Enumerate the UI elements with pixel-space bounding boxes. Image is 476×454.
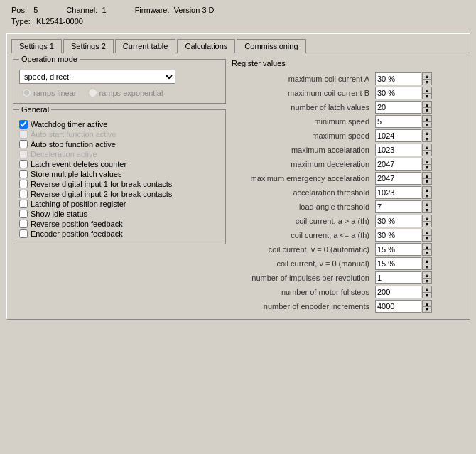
spin-down-0[interactable]: ▼ [422,79,432,85]
reg-spinner-9: ▲ ▼ [422,200,432,213]
cb-latching-pos-input[interactable] [19,200,28,208]
cb-rev-input2-input[interactable] [19,190,28,198]
spin-up-3[interactable]: ▲ [422,115,432,121]
reg-value-cell-14: ▲ ▼ [374,271,464,285]
tab-calculations[interactable]: Calculations [177,39,235,53]
reg-input-9[interactable] [375,200,421,213]
reg-input-8[interactable] [375,186,421,199]
spin-up-10[interactable]: ▲ [422,215,432,221]
spin-down-13[interactable]: ▼ [422,264,432,270]
reg-label-9: load angle threshold [232,200,374,214]
spin-down-11[interactable]: ▼ [422,235,432,242]
cb-watchdog-input[interactable] [19,120,28,129]
spin-down-4[interactable]: ▼ [422,136,432,142]
ramp-exponential-radio[interactable] [88,88,97,97]
reg-value-cell-9: ▲ ▼ [374,200,464,214]
spin-down-1[interactable]: ▼ [422,93,432,99]
cb-rev-pos-input[interactable] [19,220,28,228]
spin-down-3[interactable]: ▼ [422,121,432,128]
reg-label-16: number of encoder increments [232,299,374,313]
reg-label-0: maximum coil current A [232,72,374,86]
spin-up-9[interactable]: ▲ [422,200,432,207]
cb-show-idle-input[interactable] [19,210,28,218]
tab-commissioning[interactable]: Commissioning [237,39,305,53]
spin-down-14[interactable]: ▼ [422,278,432,284]
cb-store-latch-input[interactable] [19,170,28,178]
reg-spinner-4: ▲ ▼ [422,129,432,142]
spin-up-0[interactable]: ▲ [422,72,432,79]
ramp-exponential-option[interactable]: ramps exponential [88,88,163,97]
operation-mode-title: Operation mode [19,55,80,63]
cb-deceleration-input[interactable] [19,150,28,158]
tab-settings1[interactable]: Settings 1 [11,39,62,53]
cb-deceleration-label: Deceleration active [31,150,97,158]
reg-value-cell-4: ▲ ▼ [374,129,464,143]
reg-row-15: number of motor fullsteps ▲ ▼ [232,285,464,299]
reg-value-cell-6: ▲ ▼ [374,157,464,171]
cb-rev-input1-input[interactable] [19,180,28,188]
spin-up-1[interactable]: ▲ [422,87,432,93]
spin-up-6[interactable]: ▲ [422,158,432,164]
spin-up-5[interactable]: ▲ [422,144,432,150]
spin-up-2[interactable]: ▲ [422,101,432,107]
reg-input-14[interactable] [375,271,421,284]
reg-row-0: maximum coil current A ▲ ▼ [232,72,464,86]
reg-spinner-2: ▲ ▼ [422,101,432,114]
cb-encoder-pos: Encoder position feedback [19,229,220,238]
spin-down-16[interactable]: ▼ [422,306,432,313]
tab-current-table[interactable]: Current table [115,39,176,53]
reg-input-7[interactable] [375,172,421,185]
spin-down-10[interactable]: ▼ [422,221,432,227]
tab-settings2[interactable]: Settings 2 [63,39,114,53]
cb-autostart-input[interactable] [19,130,28,139]
spin-up-4[interactable]: ▲ [422,129,432,136]
reg-input-16[interactable] [375,300,421,313]
reg-input-4[interactable] [375,129,421,142]
reg-input-0[interactable] [375,72,421,85]
cb-rev-pos: Reverse position feedback [19,220,220,228]
spin-up-13[interactable]: ▲ [422,257,432,264]
cb-encoder-pos-input[interactable] [19,229,28,238]
spin-up-7[interactable]: ▲ [422,172,432,178]
top-bar: Pos.: 5 Channel: 1 Firmware: Version 3 D… [0,0,476,28]
spin-down-8[interactable]: ▼ [422,193,432,199]
reg-input-13[interactable] [375,257,421,270]
spin-down-5[interactable]: ▼ [422,150,432,156]
spin-down-15[interactable]: ▼ [422,292,432,298]
reg-input-1[interactable] [375,87,421,99]
reg-value-cell-16: ▲ ▼ [374,299,464,313]
cb-rev-input2-label: Reverse digital input 2 for break contac… [31,190,172,198]
spin-down-2[interactable]: ▼ [422,107,432,114]
cb-latch-event-input[interactable] [19,160,28,168]
reg-spinner-12: ▲ ▼ [422,243,432,256]
spin-up-14[interactable]: ▲ [422,271,432,278]
ramp-linear-label: ramps linear [33,89,77,97]
reg-input-3[interactable] [375,115,421,128]
reg-label-6: maximum deceleration [232,157,374,171]
cb-deceleration: Deceleration active [19,150,220,158]
reg-input-5[interactable] [375,144,421,156]
spin-up-8[interactable]: ▲ [422,186,432,193]
ramp-linear-option[interactable]: ramps linear [22,88,77,97]
spin-up-15[interactable]: ▲ [422,286,432,292]
reg-value-cell-1: ▲ ▼ [374,86,464,100]
reg-input-10[interactable] [375,215,421,227]
reg-input-11[interactable] [375,229,421,242]
spin-down-6[interactable]: ▼ [422,164,432,171]
reg-input-15[interactable] [375,286,421,298]
reg-value-cell-2: ▲ ▼ [374,100,464,114]
cb-autostop-input[interactable] [19,140,28,148]
reg-input-12[interactable] [375,243,421,256]
spin-down-9[interactable]: ▼ [422,207,432,213]
spin-up-11[interactable]: ▲ [422,229,432,235]
reg-input-2[interactable] [375,101,421,114]
spin-up-12[interactable]: ▲ [422,243,432,249]
reg-input-6[interactable] [375,158,421,171]
ramp-linear-radio[interactable] [22,88,31,97]
operation-mode-dropdown[interactable]: speed, direct [19,70,175,84]
spin-down-7[interactable]: ▼ [422,178,432,185]
spin-down-12[interactable]: ▼ [422,249,432,256]
spin-up-16[interactable]: ▲ [422,300,432,306]
reg-row-12: coil current, v = 0 (automatic) ▲ ▼ [232,242,464,256]
reg-spinner-15: ▲ ▼ [422,286,432,298]
